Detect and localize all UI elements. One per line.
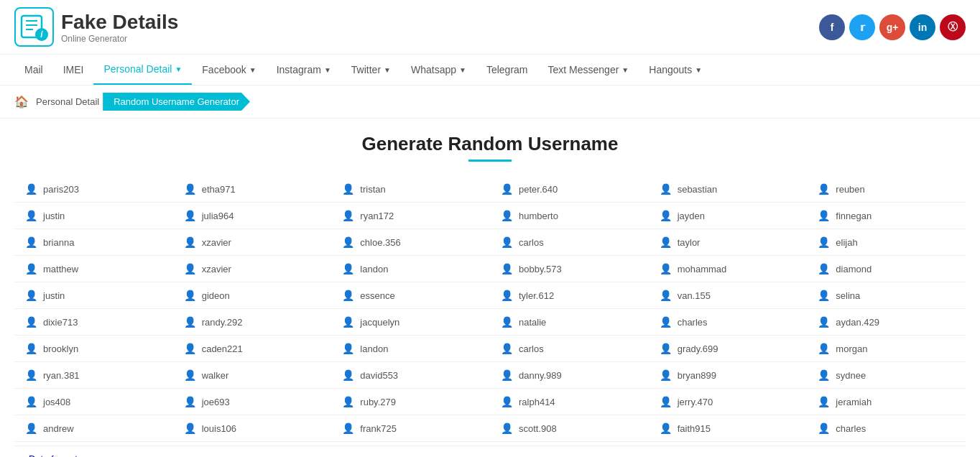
user-person-icon: 👤 <box>501 236 513 248</box>
username-item[interactable]: 👤charles <box>807 415 966 442</box>
username-item[interactable]: 👤van.155 <box>649 282 808 309</box>
username-text: andrew <box>43 423 74 434</box>
username-item[interactable]: 👤justin <box>14 203 173 229</box>
username-item[interactable]: 👤carlos <box>490 336 649 362</box>
username-item[interactable]: 👤brianna <box>14 229 173 256</box>
username-item[interactable]: 👤matthew <box>14 256 173 282</box>
username-item[interactable]: 👤andrew <box>14 415 173 442</box>
username-item[interactable]: 👤tyler.612 <box>490 282 649 309</box>
username-item[interactable]: 👤xzavier <box>173 256 332 282</box>
nav-hangouts[interactable]: Hangouts ▼ <box>639 55 712 84</box>
username-item[interactable]: 👤julia964 <box>173 203 332 229</box>
nav-telegram[interactable]: Telegram <box>476 55 538 84</box>
twitter-social-icon[interactable]: 𝕣 <box>849 14 875 40</box>
username-item[interactable]: 👤walker <box>173 362 332 389</box>
username-text: jeramiah <box>836 397 872 407</box>
username-item[interactable]: 👤etha971 <box>173 176 332 203</box>
username-item[interactable]: 👤ryan.381 <box>14 362 173 389</box>
user-person-icon: 👤 <box>660 316 672 328</box>
username-item[interactable]: 👤diamond <box>807 256 966 282</box>
facebook-social-icon[interactable]: f <box>819 14 845 40</box>
username-item[interactable]: 👤carlos <box>490 229 649 256</box>
username-text: charles <box>836 423 866 434</box>
username-item[interactable]: 👤david553 <box>331 362 490 389</box>
username-item[interactable]: 👤louis106 <box>173 415 332 442</box>
username-item[interactable]: 👤jerry.470 <box>649 389 808 415</box>
username-item[interactable]: 👤caden221 <box>173 336 332 362</box>
username-item[interactable]: 👤grady.699 <box>649 336 808 362</box>
username-item[interactable]: 👤aydan.429 <box>807 309 966 336</box>
username-item[interactable]: 👤peter.640 <box>490 176 649 203</box>
username-item[interactable]: 👤jos408 <box>14 389 173 415</box>
username-item[interactable]: 👤joe693 <box>173 389 332 415</box>
home-icon[interactable]: 🏠 <box>14 95 29 109</box>
username-text: carlos <box>519 343 544 354</box>
data-format-link[interactable]: Data format <box>14 446 966 457</box>
username-text: gideon <box>202 290 230 301</box>
dropdown-arrow: ▼ <box>384 66 391 74</box>
username-item[interactable]: 👤humberto <box>490 203 649 229</box>
user-person-icon: 👤 <box>501 343 513 354</box>
username-item[interactable]: 👤selina <box>807 282 966 309</box>
nav-whatsapp[interactable]: Whatsapp ▼ <box>401 55 476 84</box>
username-item[interactable]: 👤landon <box>331 336 490 362</box>
user-person-icon: 👤 <box>660 423 672 434</box>
username-item[interactable]: 👤finnegan <box>807 203 966 229</box>
nav-personal-detail[interactable]: Personal Detail ▼ <box>93 55 192 85</box>
username-item[interactable]: 👤ralph414 <box>490 389 649 415</box>
username-item[interactable]: 👤essence <box>331 282 490 309</box>
user-person-icon: 👤 <box>184 183 196 195</box>
username-item[interactable]: 👤sebastian <box>649 176 808 203</box>
username-item[interactable]: 👤bobby.573 <box>490 256 649 282</box>
nav-instagram[interactable]: Instagram ▼ <box>267 55 341 84</box>
nav-imei[interactable]: IMEI <box>53 55 94 84</box>
username-item[interactable]: 👤gideon <box>173 282 332 309</box>
googleplus-social-icon[interactable]: g+ <box>879 14 905 40</box>
username-item[interactable]: 👤charles <box>649 309 808 336</box>
username-text: danny.989 <box>519 370 562 381</box>
nav-facebook[interactable]: Facebook ▼ <box>192 55 266 84</box>
username-item[interactable]: 👤faith915 <box>649 415 808 442</box>
username-item[interactable]: 👤natalie <box>490 309 649 336</box>
username-text: matthew <box>43 264 78 274</box>
username-item[interactable]: 👤frank725 <box>331 415 490 442</box>
dropdown-arrow: ▼ <box>621 66 629 74</box>
username-item[interactable]: 👤elijah <box>807 229 966 256</box>
username-item[interactable]: 👤jacquelyn <box>331 309 490 336</box>
username-item[interactable]: 👤scott.908 <box>490 415 649 442</box>
nav-twitter[interactable]: Twitter ▼ <box>341 55 401 84</box>
user-person-icon: 👤 <box>342 316 354 328</box>
username-item[interactable]: 👤randy.292 <box>173 309 332 336</box>
page-title: Generate Random Username <box>14 133 966 155</box>
username-item[interactable]: 👤mohammad <box>649 256 808 282</box>
username-item[interactable]: 👤tristan <box>331 176 490 203</box>
username-item[interactable]: 👤taylor <box>649 229 808 256</box>
username-item[interactable]: 👤ruby.279 <box>331 389 490 415</box>
user-person-icon: 👤 <box>818 369 830 381</box>
username-item[interactable]: 👤dixie713 <box>14 309 173 336</box>
linkedin-social-icon[interactable]: in <box>910 14 935 40</box>
nav-text-messenger[interactable]: Text Messenger ▼ <box>538 55 639 84</box>
username-item[interactable]: 👤morgan <box>807 336 966 362</box>
username-item[interactable]: 👤xzavier <box>173 229 332 256</box>
username-item[interactable]: 👤justin <box>14 282 173 309</box>
username-item[interactable]: 👤danny.989 <box>490 362 649 389</box>
username-text: bobby.573 <box>519 264 562 274</box>
username-item[interactable]: 👤paris203 <box>14 176 173 203</box>
username-item[interactable]: 👤sydnee <box>807 362 966 389</box>
username-item[interactable]: 👤jayden <box>649 203 808 229</box>
username-item[interactable]: 👤brooklyn <box>14 336 173 362</box>
user-person-icon: 👤 <box>342 210 354 221</box>
username-text: sydnee <box>836 370 866 381</box>
nav-mail[interactable]: Mail <box>14 55 53 84</box>
username-item[interactable]: 👤ryan172 <box>331 203 490 229</box>
user-person-icon: 👤 <box>818 183 830 195</box>
username-item[interactable]: 👤chloe.356 <box>331 229 490 256</box>
pinterest-social-icon[interactable]: Ⓧ <box>940 14 966 40</box>
username-text: ruby.279 <box>360 397 396 407</box>
username-item[interactable]: 👤bryan899 <box>649 362 808 389</box>
username-item[interactable]: 👤jeramiah <box>807 389 966 415</box>
breadcrumb-personal-detail[interactable]: Personal Detail <box>36 96 99 107</box>
username-item[interactable]: 👤landon <box>331 256 490 282</box>
username-item[interactable]: 👤reuben <box>807 176 966 203</box>
